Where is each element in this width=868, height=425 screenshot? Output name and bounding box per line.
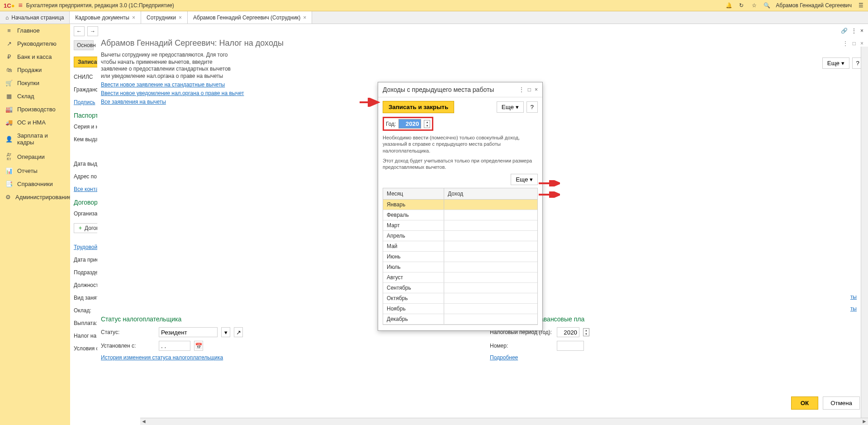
spinner-up-icon[interactable]: ▲ — [424, 120, 430, 124]
calendar-icon[interactable]: 📅 — [194, 341, 203, 351]
sidebar-item-production[interactable]: 🏭Производство — [0, 103, 70, 116]
income-cell[interactable] — [444, 304, 537, 314]
spinner-down-icon[interactable]: ▼ — [583, 332, 589, 336]
income-cell[interactable] — [444, 210, 537, 220]
bottom-scrollbar[interactable]: ◄ ► — [140, 418, 868, 425]
dialog-table-more-button[interactable]: Еще ▾ — [511, 174, 538, 185]
sidebar-item-salary[interactable]: 👤Зарплата и кадры — [0, 129, 70, 149]
sidebar-item-manager[interactable]: ↗Руководителю — [0, 37, 70, 50]
close-icon[interactable]: × — [303, 14, 306, 21]
kebab-icon[interactable]: ⋮ — [519, 86, 524, 93]
income-cell[interactable] — [444, 262, 537, 272]
dialog-save-button[interactable]: Записать и закрыть — [383, 101, 454, 113]
tab-hr-docs[interactable]: Кадровые документы × — [70, 11, 141, 24]
month-row[interactable]: Июнь — [383, 252, 537, 262]
scroll-right-icon[interactable]: ► — [862, 418, 867, 425]
maximize-icon[interactable]: □ — [853, 40, 856, 47]
income-cell[interactable] — [444, 293, 537, 303]
history-icon[interactable]: ↻ — [738, 2, 745, 9]
right-link-2[interactable]: ты — [850, 306, 857, 312]
kebab-icon[interactable]: ⋮ — [851, 28, 857, 34]
year-spinner[interactable]: ▲▼ — [583, 328, 589, 336]
menu-icon[interactable]: ☰ — [857, 2, 864, 9]
sidebar-item-bank[interactable]: ₽Банк и касса — [0, 50, 70, 63]
month-row[interactable]: Июль — [383, 262, 537, 272]
income-cell[interactable] — [444, 200, 537, 210]
sidebar-item-operations[interactable]: ДтКтОперации — [0, 149, 70, 164]
sidebar-item-admin[interactable]: ⚙Администрирование — [0, 191, 70, 204]
month-row[interactable]: Февраль — [383, 210, 537, 220]
income-cell[interactable] — [444, 272, 537, 282]
dropdown-icon[interactable]: ▾ — [221, 327, 230, 337]
dialog-more-button[interactable]: Еще ▾ — [497, 101, 524, 113]
link-icon[interactable]: 🔗 — [841, 28, 848, 34]
income-cell[interactable] — [444, 241, 537, 251]
link-all-applications[interactable]: Все заявления на вычеты — [101, 99, 166, 105]
month-row[interactable]: Ноябрь — [383, 304, 537, 314]
month-row[interactable]: Апрель — [383, 231, 537, 241]
tax-period-input[interactable] — [557, 327, 579, 337]
status-select[interactable] — [159, 327, 218, 337]
sidebar-item-sales[interactable]: 🛍Продажи — [0, 63, 70, 76]
save-button[interactable]: Записат — [74, 57, 97, 67]
income-cell[interactable] — [444, 220, 537, 230]
year-input[interactable] — [398, 119, 421, 129]
number-input[interactable] — [557, 341, 584, 351]
spinner-down-icon[interactable]: ▼ — [424, 124, 430, 128]
income-cell[interactable] — [444, 252, 537, 262]
month-row[interactable]: Октябрь — [383, 293, 537, 304]
dialog-prev-income: Доходы с предыдущего места работы ⋮ □ × … — [378, 82, 543, 331]
month-row[interactable]: Март — [383, 220, 537, 231]
close-icon[interactable]: × — [535, 86, 538, 93]
sidebar-item-assets[interactable]: 🚚ОС и НМА — [0, 116, 70, 129]
kebab-icon[interactable]: ⋮ — [843, 40, 848, 47]
close-icon[interactable]: × — [860, 40, 863, 47]
hamburger-icon[interactable]: ≡ — [18, 1, 22, 10]
sidebar-item-purchases[interactable]: 🛒Покупки — [0, 76, 70, 90]
open-icon[interactable]: ↗ — [234, 327, 243, 337]
year-spinner[interactable]: ▲▼ — [424, 120, 430, 128]
sidebar-item-refs[interactable]: 📑Справочники — [0, 177, 70, 191]
maximize-icon[interactable]: □ — [528, 86, 531, 93]
month-row[interactable]: Май — [383, 241, 537, 252]
month-row[interactable]: Сентябрь — [383, 283, 537, 293]
search-icon[interactable]: 🔍 — [763, 2, 770, 9]
spinner-up-icon[interactable]: ▲ — [583, 329, 589, 332]
income-cell[interactable] — [444, 283, 537, 293]
nav-back[interactable]: ← — [74, 26, 85, 36]
tab-employees[interactable]: Сотрудники × — [141, 11, 188, 24]
add-contract-button[interactable]: +Догов — [74, 223, 97, 233]
cancel-button[interactable]: Отмена — [823, 396, 860, 410]
star-icon[interactable]: ☆ — [750, 2, 758, 9]
nav-forward[interactable]: → — [87, 26, 98, 36]
set-from-input[interactable] — [159, 341, 190, 351]
user-name[interactable]: Абрамов Геннадий Сергеевич — [776, 2, 852, 9]
dialog-help-button[interactable]: ? — [526, 101, 538, 113]
sidebar-item-main[interactable]: ≡Главное — [0, 24, 70, 37]
close-icon[interactable]: × — [132, 14, 135, 21]
income-cell[interactable] — [444, 231, 537, 241]
close-icon[interactable]: × — [860, 28, 863, 34]
link-new-notification[interactable]: Ввести новое уведомление нал.органа о пр… — [101, 90, 244, 96]
more-link[interactable]: Подробнее — [490, 354, 518, 361]
link-new-deduction[interactable]: Ввести новое заявление на стандартные вы… — [101, 81, 225, 88]
month-row[interactable]: Декабрь — [383, 314, 537, 325]
bell-icon[interactable]: 🔔 — [725, 2, 732, 9]
income-cell[interactable] — [444, 314, 537, 324]
scroll-left-icon[interactable]: ◄ — [141, 418, 147, 425]
ok-button[interactable]: ОК — [791, 396, 819, 410]
history-link[interactable]: История изменения статуса налогоплательщ… — [101, 354, 223, 361]
sidebar-item-warehouse[interactable]: ▦Склад — [0, 90, 70, 103]
sidebar-item-reports[interactable]: 📊Отчеты — [0, 164, 70, 177]
labor-link[interactable]: Трудовой д — [74, 244, 94, 250]
right-link-1[interactable]: ты — [850, 294, 857, 300]
month-row[interactable]: Январь — [383, 200, 537, 210]
close-icon[interactable]: × — [179, 14, 182, 21]
right-scrollbar[interactable] — [861, 47, 868, 418]
month-row[interactable]: Август — [383, 272, 537, 283]
tab-home[interactable]: ⌂ Начальная страница — [0, 11, 70, 24]
contacts-link[interactable]: Все конта — [74, 186, 94, 192]
tab-basic[interactable]: Основн — [74, 40, 94, 50]
tab-employee-card[interactable]: Абрамов Геннадий Сергеевич (Сотрудник) × — [188, 11, 312, 24]
signature-link[interactable]: Подпись — [74, 99, 94, 105]
